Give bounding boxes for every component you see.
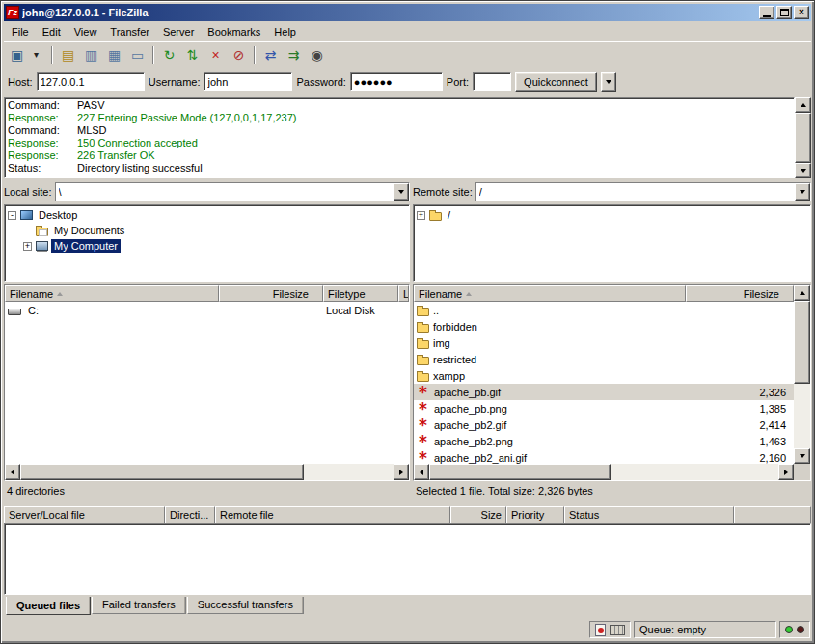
- column-header[interactable]: Filename: [5, 285, 219, 302]
- column-header[interactable]: Filesize: [219, 285, 323, 302]
- menu-item[interactable]: File: [5, 23, 36, 40]
- file-name-text: apache_pb.gif: [434, 387, 501, 398]
- column-header[interactable]: Status: [564, 506, 734, 523]
- menu-item[interactable]: Edit: [36, 23, 68, 40]
- scroll-up-button[interactable]: [794, 285, 810, 301]
- minimize-button[interactable]: [759, 6, 774, 19]
- scroll-down-button[interactable]: [794, 448, 810, 464]
- log-label: Response:: [8, 112, 77, 124]
- synchronized-browsing-button[interactable]: ⇉: [283, 44, 305, 66]
- scroll-thumb[interactable]: [795, 113, 811, 163]
- remote-vertical-scrollbar[interactable]: [794, 285, 810, 464]
- menu-item[interactable]: Transfer: [103, 23, 156, 40]
- tab-successful-transfers[interactable]: Successful transfers: [187, 597, 304, 614]
- toggle-remote-tree-button[interactable]: ▦: [103, 44, 125, 66]
- remote-file-row[interactable]: ..: [414, 302, 794, 318]
- scroll-track[interactable]: [795, 113, 811, 163]
- tree-expander[interactable]: +: [417, 211, 425, 220]
- find-files-button[interactable]: ◉: [306, 44, 328, 66]
- column-header[interactable]: Filesize: [686, 285, 794, 302]
- disconnect-button[interactable]: ⊘: [228, 44, 250, 66]
- close-button[interactable]: ×: [794, 6, 809, 19]
- cell-filetype: Local Disk: [323, 305, 398, 316]
- scroll-right-button[interactable]: [778, 464, 794, 480]
- column-header-label: Filename: [419, 288, 462, 300]
- site-manager-dropdown-button[interactable]: ▾: [25, 44, 47, 66]
- remote-site-combo[interactable]: [475, 182, 811, 201]
- menu-item[interactable]: Server: [156, 23, 201, 40]
- username-input[interactable]: [204, 72, 292, 91]
- directory-comparison-button[interactable]: ⇄: [259, 44, 282, 66]
- quickconnect-button[interactable]: Quickconnect: [515, 72, 597, 92]
- remote-horizontal-scrollbar[interactable]: [414, 464, 794, 480]
- column-header[interactable]: Priority: [506, 506, 564, 523]
- remote-file-row[interactable]: restricted: [414, 351, 794, 367]
- column-header-label: Remote file: [220, 509, 274, 521]
- tree-item-root[interactable]: + /: [415, 207, 809, 223]
- local-site-combo[interactable]: [55, 182, 410, 201]
- scroll-left-button[interactable]: [414, 464, 429, 480]
- menu-item[interactable]: Help: [267, 23, 303, 40]
- column-header[interactable]: L: [398, 285, 409, 302]
- cell-filename: ..: [414, 305, 686, 316]
- host-input[interactable]: [37, 72, 145, 91]
- scroll-track[interactable]: [429, 464, 778, 480]
- password-input[interactable]: [350, 72, 443, 91]
- scroll-thumb[interactable]: [794, 301, 810, 384]
- column-header[interactable]: Filename: [414, 285, 686, 302]
- log-label: Response:: [8, 149, 77, 162]
- tab-failed-transfers[interactable]: Failed transfers: [92, 597, 186, 614]
- scroll-thumb[interactable]: [20, 464, 304, 480]
- tree-item-desktop[interactable]: - Desktop: [6, 207, 408, 223]
- log-line: Command:MLSD: [8, 124, 791, 137]
- remote-file-row[interactable]: apache_pb2_ani.gif 2,160: [414, 449, 794, 464]
- scroll-left-button[interactable]: [5, 464, 20, 480]
- remote-file-row[interactable]: forbidden: [414, 318, 794, 335]
- scroll-up-button[interactable]: [795, 97, 811, 113]
- tree-expander[interactable]: -: [8, 211, 16, 220]
- remote-file-row[interactable]: apache_pb.png 1,385: [414, 400, 794, 416]
- remote-site-dropdown-button[interactable]: [795, 183, 810, 201]
- menu-item[interactable]: View: [68, 23, 104, 40]
- maximize-button[interactable]: [776, 6, 792, 19]
- activity-led-cell: [779, 621, 810, 638]
- tree-item-my-documents[interactable]: My Documents: [6, 223, 408, 238]
- menu-item[interactable]: Bookmarks: [201, 23, 267, 40]
- local-site-input[interactable]: [56, 183, 394, 201]
- scroll-track[interactable]: [20, 464, 394, 480]
- scroll-down-button[interactable]: [795, 163, 811, 178]
- tree-expander[interactable]: +: [23, 242, 32, 251]
- local-site-dropdown-button[interactable]: [394, 183, 409, 201]
- toggle-queue-button[interactable]: ▭: [126, 44, 149, 66]
- remote-file-row[interactable]: apache_pb2.gif 2,414: [414, 416, 794, 433]
- toggle-log-button[interactable]: ▤: [57, 44, 79, 66]
- local-file-row[interactable]: C: Local Disk: [5, 302, 409, 318]
- scroll-track[interactable]: [794, 301, 810, 448]
- log-vertical-scrollbar[interactable]: [795, 97, 811, 178]
- column-header[interactable]: Server/Local file: [4, 506, 165, 523]
- toggle-local-tree-button[interactable]: ▥: [80, 44, 102, 66]
- process-queue-button[interactable]: ⇅: [181, 44, 204, 66]
- log-line: Response:226 Transfer OK: [8, 149, 791, 162]
- scroll-right-button[interactable]: [394, 464, 409, 480]
- port-input[interactable]: [473, 72, 511, 91]
- remote-file-row[interactable]: apache_pb2.png 1,463: [414, 433, 794, 449]
- local-horizontal-scrollbar[interactable]: [5, 464, 409, 480]
- remote-file-row[interactable]: img: [414, 335, 794, 351]
- quickconnect-dropdown-button[interactable]: [601, 72, 616, 92]
- refresh-button[interactable]: ↻: [158, 44, 180, 66]
- column-header[interactable]: Filetype: [323, 285, 398, 302]
- remote-site-input[interactable]: [476, 183, 795, 201]
- scroll-thumb[interactable]: [429, 464, 611, 480]
- tree-item-my-computer[interactable]: + My Computer: [6, 238, 408, 254]
- remote-file-row[interactable]: apache_pb.gif 2,326: [414, 384, 794, 400]
- tree-item-label: /: [445, 208, 453, 222]
- remote-file-row[interactable]: xampp: [414, 367, 794, 384]
- cancel-button[interactable]: ×: [204, 44, 227, 66]
- title-bar: Fz john@127.0.0.1 - FileZilla ×: [4, 4, 811, 21]
- column-header[interactable]: Directi...: [165, 506, 215, 523]
- tree-item-label: Desktop: [36, 208, 80, 222]
- tab-queued-files[interactable]: Queued files: [6, 597, 91, 615]
- column-header[interactable]: Remote file: [215, 506, 450, 523]
- column-header[interactable]: Size: [450, 506, 506, 523]
